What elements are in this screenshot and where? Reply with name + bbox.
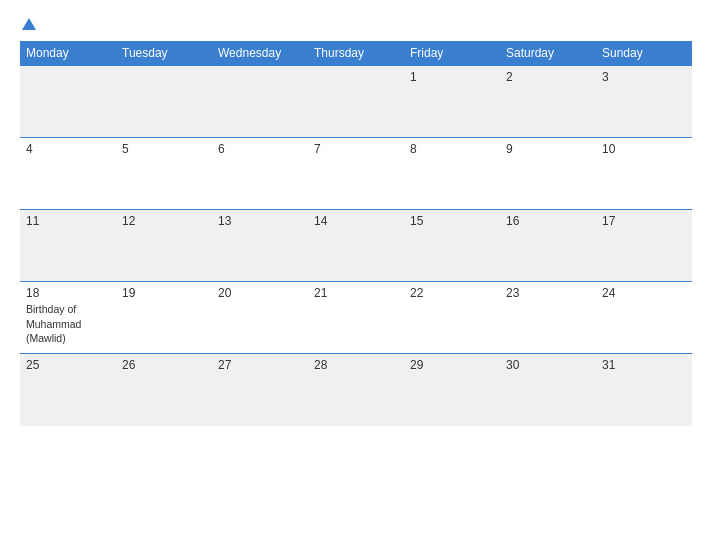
calendar-cell: 2 bbox=[500, 66, 596, 138]
day-number: 11 bbox=[26, 214, 110, 228]
calendar-cell: 23 bbox=[500, 282, 596, 354]
calendar-cell: 11 bbox=[20, 210, 116, 282]
calendar-cell: 3 bbox=[596, 66, 692, 138]
calendar-cell: 17 bbox=[596, 210, 692, 282]
day-number: 27 bbox=[218, 358, 302, 372]
weekday-header-wednesday: Wednesday bbox=[212, 41, 308, 66]
calendar-cell: 15 bbox=[404, 210, 500, 282]
day-number: 19 bbox=[122, 286, 206, 300]
weekday-header-saturday: Saturday bbox=[500, 41, 596, 66]
day-number: 6 bbox=[218, 142, 302, 156]
day-number: 9 bbox=[506, 142, 590, 156]
day-number: 23 bbox=[506, 286, 590, 300]
calendar-cell: 20 bbox=[212, 282, 308, 354]
calendar-week-row: 45678910 bbox=[20, 138, 692, 210]
calendar-week-row: 123 bbox=[20, 66, 692, 138]
day-number: 18 bbox=[26, 286, 110, 300]
calendar-cell bbox=[212, 66, 308, 138]
day-number: 15 bbox=[410, 214, 494, 228]
calendar-cell: 22 bbox=[404, 282, 500, 354]
calendar-cell: 10 bbox=[596, 138, 692, 210]
day-number: 20 bbox=[218, 286, 302, 300]
day-number: 14 bbox=[314, 214, 398, 228]
header bbox=[20, 18, 692, 31]
calendar-cell: 13 bbox=[212, 210, 308, 282]
calendar-header-row: MondayTuesdayWednesdayThursdayFridaySatu… bbox=[20, 41, 692, 66]
calendar-cell: 8 bbox=[404, 138, 500, 210]
logo-triangle-icon bbox=[22, 18, 36, 30]
calendar-cell bbox=[20, 66, 116, 138]
day-number: 31 bbox=[602, 358, 686, 372]
weekday-header-monday: Monday bbox=[20, 41, 116, 66]
calendar-cell: 21 bbox=[308, 282, 404, 354]
calendar-cell: 30 bbox=[500, 354, 596, 426]
calendar-page: MondayTuesdayWednesdayThursdayFridaySatu… bbox=[0, 0, 712, 550]
day-number: 2 bbox=[506, 70, 590, 84]
weekday-header-thursday: Thursday bbox=[308, 41, 404, 66]
day-number: 30 bbox=[506, 358, 590, 372]
weekday-header-sunday: Sunday bbox=[596, 41, 692, 66]
calendar-cell: 31 bbox=[596, 354, 692, 426]
day-number: 29 bbox=[410, 358, 494, 372]
calendar-cell bbox=[308, 66, 404, 138]
day-number: 10 bbox=[602, 142, 686, 156]
calendar-table: MondayTuesdayWednesdayThursdayFridaySatu… bbox=[20, 41, 692, 426]
calendar-cell: 18Birthday of Muhammad (Mawlid) bbox=[20, 282, 116, 354]
day-number: 16 bbox=[506, 214, 590, 228]
day-number: 8 bbox=[410, 142, 494, 156]
weekday-header-friday: Friday bbox=[404, 41, 500, 66]
logo bbox=[20, 18, 36, 31]
day-number: 25 bbox=[26, 358, 110, 372]
calendar-cell: 12 bbox=[116, 210, 212, 282]
day-number: 12 bbox=[122, 214, 206, 228]
calendar-cell: 4 bbox=[20, 138, 116, 210]
weekday-header-tuesday: Tuesday bbox=[116, 41, 212, 66]
day-number: 4 bbox=[26, 142, 110, 156]
day-number: 26 bbox=[122, 358, 206, 372]
calendar-week-row: 18Birthday of Muhammad (Mawlid)192021222… bbox=[20, 282, 692, 354]
calendar-cell: 9 bbox=[500, 138, 596, 210]
calendar-cell: 27 bbox=[212, 354, 308, 426]
calendar-week-row: 11121314151617 bbox=[20, 210, 692, 282]
day-number: 7 bbox=[314, 142, 398, 156]
day-number: 28 bbox=[314, 358, 398, 372]
calendar-cell: 6 bbox=[212, 138, 308, 210]
calendar-cell: 1 bbox=[404, 66, 500, 138]
calendar-cell: 16 bbox=[500, 210, 596, 282]
day-number: 13 bbox=[218, 214, 302, 228]
calendar-cell: 19 bbox=[116, 282, 212, 354]
calendar-cell: 24 bbox=[596, 282, 692, 354]
day-number: 3 bbox=[602, 70, 686, 84]
day-number: 22 bbox=[410, 286, 494, 300]
calendar-cell: 5 bbox=[116, 138, 212, 210]
calendar-cell: 14 bbox=[308, 210, 404, 282]
calendar-cell: 29 bbox=[404, 354, 500, 426]
calendar-cell: 25 bbox=[20, 354, 116, 426]
day-number: 21 bbox=[314, 286, 398, 300]
day-number: 17 bbox=[602, 214, 686, 228]
calendar-cell: 26 bbox=[116, 354, 212, 426]
calendar-cell: 28 bbox=[308, 354, 404, 426]
day-number: 24 bbox=[602, 286, 686, 300]
calendar-week-row: 25262728293031 bbox=[20, 354, 692, 426]
day-number: 1 bbox=[410, 70, 494, 84]
calendar-cell bbox=[116, 66, 212, 138]
event-label: Birthday of Muhammad (Mawlid) bbox=[26, 303, 81, 344]
day-number: 5 bbox=[122, 142, 206, 156]
calendar-cell: 7 bbox=[308, 138, 404, 210]
